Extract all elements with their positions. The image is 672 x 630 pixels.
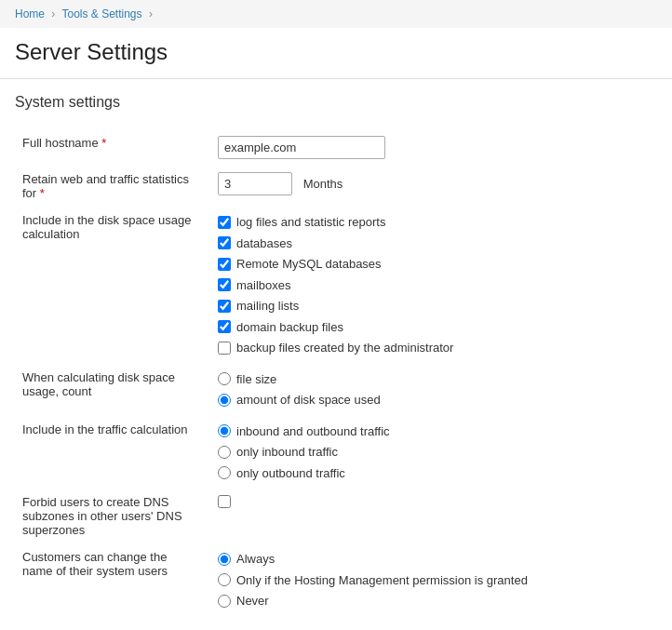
page-title: Server Settings bbox=[15, 39, 657, 65]
checkbox-mailboxes[interactable] bbox=[218, 278, 231, 291]
customers-row: Customers can change the name of their s… bbox=[15, 543, 657, 617]
customers-label: Customers can change the name of their s… bbox=[15, 543, 210, 617]
list-item: inbound and outbound traffic bbox=[218, 422, 650, 441]
disk-space-checkboxes: log files and statistic reports database… bbox=[218, 213, 650, 357]
disk-space-options: log files and statistic reports database… bbox=[210, 207, 657, 364]
radio-label-only-inbound: only inbound traffic bbox=[236, 443, 338, 462]
radio-hosting-permission[interactable] bbox=[218, 573, 231, 586]
hostname-required: * bbox=[101, 136, 106, 150]
radio-label-file-size: file size bbox=[236, 370, 276, 389]
checkbox-mailing-lists[interactable] bbox=[218, 300, 231, 313]
forbid-dns-label: Forbid users to create DNS subzones in o… bbox=[15, 489, 210, 543]
checkbox-forbid-dns[interactable] bbox=[218, 495, 231, 508]
traffic-radios: inbound and outbound traffic only inboun… bbox=[218, 422, 650, 483]
radio-label-disk-space-used: amount of disk space used bbox=[236, 391, 381, 409]
radio-label-only-outbound: only outbound traffic bbox=[236, 464, 345, 483]
checkbox-label-mailing-lists: mailing lists bbox=[236, 297, 299, 315]
list-item: mailboxes bbox=[218, 276, 650, 295]
hostname-label: Full hostname * bbox=[15, 129, 210, 166]
radio-label-never: Never bbox=[236, 592, 269, 610]
disk-count-radios: file size amount of disk space used bbox=[218, 370, 650, 409]
list-item: backup files created by the administrato… bbox=[218, 339, 650, 357]
disk-count-label: When calculating disk space usage, count bbox=[15, 364, 210, 416]
retain-required: * bbox=[40, 186, 45, 200]
breadcrumb-sep2: › bbox=[149, 7, 153, 20]
retain-input[interactable] bbox=[218, 172, 292, 195]
list-item: mailing lists bbox=[218, 297, 650, 315]
checkbox-remote-mysql[interactable] bbox=[218, 258, 231, 271]
radio-label-inbound-outbound: inbound and outbound traffic bbox=[236, 422, 390, 441]
list-item: databases bbox=[218, 235, 650, 253]
checkbox-label-databases: databases bbox=[236, 235, 292, 253]
radio-label-hosting-permission: Only if the Hosting Management permissio… bbox=[236, 571, 528, 590]
list-item: Always bbox=[218, 550, 650, 569]
retain-value-cell: Months bbox=[210, 166, 657, 207]
breadcrumb: Home › Tools & Settings › bbox=[0, 0, 672, 28]
breadcrumb-home[interactable]: Home bbox=[15, 7, 45, 20]
list-item: Never bbox=[218, 592, 650, 610]
radio-only-outbound[interactable] bbox=[218, 466, 231, 479]
radio-inbound-outbound[interactable] bbox=[218, 424, 231, 437]
radio-only-inbound[interactable] bbox=[218, 446, 231, 459]
traffic-row: Include in the traffic calculation inbou… bbox=[15, 416, 657, 489]
radio-disk-space-used[interactable] bbox=[218, 394, 231, 407]
traffic-label: Include in the traffic calculation bbox=[15, 416, 210, 489]
list-item: Remote MySQL databases bbox=[218, 255, 650, 274]
breadcrumb-tools[interactable]: Tools & Settings bbox=[61, 7, 141, 20]
list-item: only outbound traffic bbox=[218, 464, 650, 483]
hostname-value-cell bbox=[210, 129, 657, 166]
customers-options: Always Only if the Hosting Management pe… bbox=[210, 543, 657, 617]
breadcrumb-sep1: › bbox=[51, 7, 55, 20]
forbid-dns-row: Forbid users to create DNS subzones in o… bbox=[15, 489, 657, 543]
radio-always[interactable] bbox=[218, 553, 231, 566]
checkbox-label-mailboxes: mailboxes bbox=[236, 276, 291, 295]
section-title: System settings bbox=[15, 94, 657, 114]
checkbox-label-log-files: log files and statistic reports bbox=[236, 213, 385, 232]
checkbox-log-files[interactable] bbox=[218, 216, 231, 229]
radio-never[interactable] bbox=[218, 595, 231, 608]
checkbox-databases[interactable] bbox=[218, 236, 231, 249]
settings-form: Full hostname * Retain web and traffic s… bbox=[15, 129, 657, 617]
disk-count-options: file size amount of disk space used bbox=[210, 364, 657, 416]
list-item: only inbound traffic bbox=[218, 443, 650, 462]
hostname-input[interactable] bbox=[218, 136, 385, 159]
list-item: log files and statistic reports bbox=[218, 213, 650, 232]
checkbox-label-remote-mysql: Remote MySQL databases bbox=[236, 255, 382, 274]
checkbox-admin-backup[interactable] bbox=[218, 342, 231, 355]
page-header: Server Settings bbox=[0, 28, 672, 79]
customers-radios: Always Only if the Hosting Management pe… bbox=[218, 550, 650, 610]
retain-label: Retain web and traffic statistics for * bbox=[15, 166, 210, 207]
checkbox-domain-backup[interactable] bbox=[218, 320, 231, 333]
list-item: Only if the Hosting Management permissio… bbox=[218, 571, 650, 590]
hostname-row: Full hostname * bbox=[15, 129, 657, 166]
checkbox-label-domain-backup: domain backup files bbox=[236, 318, 343, 337]
traffic-options: inbound and outbound traffic only inboun… bbox=[210, 416, 657, 489]
months-label: Months bbox=[303, 177, 343, 191]
forbid-dns-checkbox-cell bbox=[210, 489, 657, 543]
list-item: file size bbox=[218, 370, 650, 389]
retain-row: Retain web and traffic statistics for * … bbox=[15, 166, 657, 207]
disk-space-row: Include in the disk space usage calculat… bbox=[15, 207, 657, 364]
radio-file-size[interactable] bbox=[218, 372, 231, 385]
list-item: amount of disk space used bbox=[218, 391, 650, 409]
main-content: System settings Full hostname * Retain w… bbox=[0, 79, 672, 630]
disk-space-label: Include in the disk space usage calculat… bbox=[15, 207, 210, 364]
checkbox-label-admin-backup: backup files created by the administrato… bbox=[236, 339, 453, 357]
list-item: domain backup files bbox=[218, 318, 650, 337]
radio-label-always: Always bbox=[236, 550, 275, 569]
disk-count-row: When calculating disk space usage, count… bbox=[15, 364, 657, 416]
